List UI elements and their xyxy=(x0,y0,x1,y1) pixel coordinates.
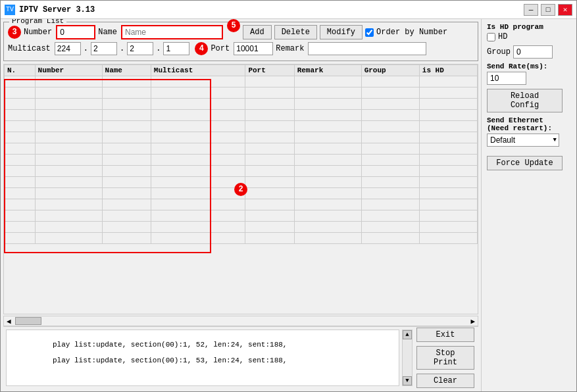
scrollbar-thumb[interactable] xyxy=(15,317,41,325)
log-area: play list:update, section(00):1, 52, len… xyxy=(6,330,399,386)
name-input[interactable] xyxy=(121,25,223,39)
order-by-number-label: Order by Number xyxy=(376,28,447,37)
table-row xyxy=(5,99,478,110)
col-name: Name xyxy=(102,65,151,76)
add-button[interactable]: Add xyxy=(243,25,272,39)
table-row xyxy=(5,155,478,166)
left-panel: Program List 3 Number Name 5 Add xyxy=(1,19,481,391)
main-window: TV IPTV Server 3.13 — □ ✕ Program List 3… xyxy=(0,0,577,392)
hd-checkbox-row: HD xyxy=(487,32,571,41)
col-remark: Remark xyxy=(294,65,361,76)
badge-3: 3 xyxy=(8,26,21,39)
table-row xyxy=(5,121,478,132)
send-ethernet-label: Send Ethernet(Need restart): xyxy=(487,116,571,132)
col-n: N. xyxy=(5,65,36,76)
remark-input[interactable] xyxy=(308,42,426,55)
table-row xyxy=(5,87,478,99)
send-ethernet-dropdown-wrapper: Default ▼ xyxy=(487,134,559,147)
force-update-button[interactable]: Force Update xyxy=(487,156,563,170)
scroll-left-arrow[interactable]: ◀ xyxy=(4,317,14,326)
table-row: 2 xyxy=(5,143,478,155)
log-scrollbar[interactable]: ▲ ▼ xyxy=(402,330,413,386)
delete-button[interactable]: Delete xyxy=(274,25,317,39)
form-row-2: Multicast . . . 4 Port Remark xyxy=(8,42,474,55)
remark-label: Remark xyxy=(276,44,304,53)
table-row xyxy=(5,132,478,143)
order-by-number-row: Order by Number xyxy=(365,28,447,37)
form-row-1: 3 Number Name 5 Add Delete Modify xyxy=(8,25,474,39)
col-number: Number xyxy=(35,65,102,76)
order-by-number-checkbox[interactable] xyxy=(365,28,374,37)
is-hd-section: Is HD program HD xyxy=(487,23,571,41)
number-label: Number xyxy=(24,28,52,37)
badge-5: 5 xyxy=(227,19,240,32)
group-input[interactable] xyxy=(513,45,553,59)
reload-config-button[interactable]: Reload Config xyxy=(487,89,563,112)
col-port: Port xyxy=(245,65,294,76)
close-button[interactable]: ✕ xyxy=(558,4,572,16)
table-header-row: N. Number Name Multicast Port Remark Gro… xyxy=(5,65,478,76)
col-ishd: is HD xyxy=(419,65,477,76)
log-line-1: play list:update, section(00):1, 52, len… xyxy=(53,341,287,349)
stop-print-button[interactable]: Stop Print xyxy=(416,346,474,370)
window-title: IPTV Server 3.13 xyxy=(19,5,524,14)
horizontal-scrollbar[interactable]: ◀ ▶ xyxy=(3,316,478,326)
badge-4: 4 xyxy=(195,42,208,55)
badge-2: 2 xyxy=(234,183,247,196)
table-row xyxy=(5,222,478,233)
minimize-button[interactable]: — xyxy=(524,4,538,16)
program-list-group: Program List 3 Number Name 5 Add xyxy=(3,22,478,61)
col-group: Group xyxy=(361,65,419,76)
scroll-right-arrow[interactable]: ▶ xyxy=(468,317,478,326)
hd-check-label: HD xyxy=(498,32,507,41)
send-rate-input[interactable] xyxy=(487,72,526,85)
group-section: Group xyxy=(487,45,571,59)
log-line-2: play list:update, section(00):1, 53, len… xyxy=(53,356,287,364)
log-buttons: Exit Stop Print Clear xyxy=(413,327,478,389)
table-row xyxy=(5,233,478,244)
port-input[interactable] xyxy=(234,42,273,55)
multicast-input-3[interactable] xyxy=(127,42,153,55)
multicast-input-1[interactable] xyxy=(55,42,81,55)
send-rate-section: Send Rate(ms): xyxy=(487,62,571,85)
multicast-input-4[interactable] xyxy=(163,42,189,55)
send-ethernet-section: Send Ethernet(Need restart): Default ▼ xyxy=(487,116,571,147)
exit-button[interactable]: Exit xyxy=(416,328,474,342)
program-list-label: Program List xyxy=(9,19,66,25)
title-bar: TV IPTV Server 3.13 — □ ✕ xyxy=(1,1,576,19)
window-controls: — □ ✕ xyxy=(524,4,572,16)
table-row xyxy=(5,110,478,121)
name-label: Name xyxy=(98,28,117,37)
program-table: N. Number Name Multicast Port Remark Gro… xyxy=(4,64,478,244)
log-scroll-up[interactable]: ▲ xyxy=(403,330,412,339)
program-table-container: N. Number Name Multicast Port Remark Gro… xyxy=(3,64,478,314)
hd-checkbox[interactable] xyxy=(487,33,495,41)
table-row xyxy=(5,76,478,87)
app-icon: TV xyxy=(5,5,15,15)
multicast-label: Multicast xyxy=(8,44,51,53)
table-row xyxy=(5,210,478,222)
restore-button[interactable]: □ xyxy=(541,4,555,16)
send-rate-label: Send Rate(ms): xyxy=(487,62,571,70)
col-multicast: Multicast xyxy=(151,65,245,76)
main-content: Program List 3 Number Name 5 Add xyxy=(1,19,576,391)
log-scroll-down[interactable]: ▼ xyxy=(403,376,412,385)
number-input[interactable] xyxy=(56,25,95,39)
table-row xyxy=(5,166,478,177)
right-panel: Is HD program HD Group Send Rate(ms): Re… xyxy=(481,19,576,391)
group-label: Group xyxy=(487,47,511,57)
send-ethernet-dropdown[interactable]: Default xyxy=(487,134,559,147)
log-area-container: play list:update, section(00):1, 52, len… xyxy=(3,326,478,389)
modify-button[interactable]: Modify xyxy=(320,25,363,39)
table-row xyxy=(5,199,478,210)
is-hd-label: Is HD program xyxy=(487,23,571,31)
port-label: Port xyxy=(211,44,230,53)
clear-button[interactable]: Clear xyxy=(416,374,474,388)
multicast-input-2[interactable] xyxy=(91,42,117,55)
